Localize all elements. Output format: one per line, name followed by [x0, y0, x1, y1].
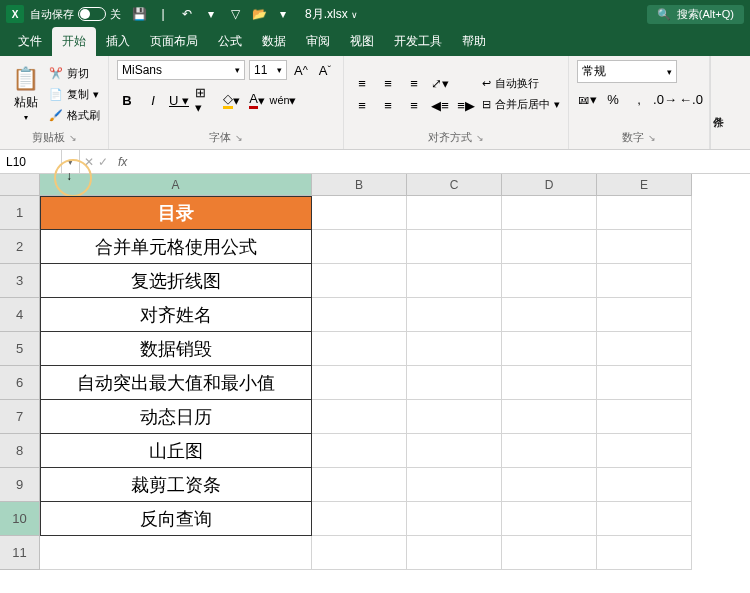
percent-button[interactable]: % [603, 89, 623, 109]
col-header-E[interactable]: E [597, 174, 692, 196]
cell-D10[interactable] [502, 502, 597, 536]
cell-A5[interactable]: 数据销毁 [40, 332, 312, 366]
tab-help[interactable]: 帮助 [452, 27, 496, 56]
decrease-decimal-icon[interactable]: ←.0 [681, 89, 701, 109]
row-header-3[interactable]: 3 [0, 264, 40, 298]
cancel-formula-icon[interactable]: ✕ [84, 155, 94, 169]
row-header-5[interactable]: 5 [0, 332, 40, 366]
cell-B6[interactable] [312, 366, 407, 400]
row-header-11[interactable]: 11 [0, 536, 40, 570]
italic-button[interactable]: I [143, 90, 163, 110]
cell-A7[interactable]: 动态日历 [40, 400, 312, 434]
increase-font-icon[interactable]: A^ [291, 60, 311, 80]
cell-B3[interactable] [312, 264, 407, 298]
cell-D2[interactable] [502, 230, 597, 264]
number-dialog-launcher[interactable]: ↘ [648, 133, 656, 143]
align-center-icon[interactable]: ≡ [378, 95, 398, 115]
comma-button[interactable]: , [629, 89, 649, 109]
select-all-corner[interactable] [0, 174, 40, 196]
redo-icon[interactable]: ▾ [203, 6, 219, 22]
row-header-9[interactable]: 9 [0, 468, 40, 502]
cell-A1[interactable]: 目录 [40, 196, 312, 230]
tab-insert[interactable]: 插入 [96, 27, 140, 56]
name-box[interactable]: L10 [0, 150, 62, 173]
save-icon[interactable]: 💾 [131, 6, 147, 22]
cell-A8[interactable]: 山丘图 [40, 434, 312, 468]
cell-B9[interactable] [312, 468, 407, 502]
col-header-A[interactable]: A [40, 174, 312, 196]
filter-icon[interactable]: ▽ [227, 6, 243, 22]
cell-B2[interactable] [312, 230, 407, 264]
cell-A2[interactable]: 合并单元格使用公式 [40, 230, 312, 264]
cell-A6[interactable]: 自动突出最大值和最小值 [40, 366, 312, 400]
row-header-6[interactable]: 6 [0, 366, 40, 400]
font-name-select[interactable]: MiSans▾ [117, 60, 245, 80]
align-right-icon[interactable]: ≡ [404, 95, 424, 115]
search-box[interactable]: 🔍 搜索(Alt+Q) [647, 5, 744, 24]
cell-B10[interactable] [312, 502, 407, 536]
copy-button[interactable]: 📄复制 ▾ [49, 85, 100, 104]
row-header-2[interactable]: 2 [0, 230, 40, 264]
cell-C10[interactable] [407, 502, 502, 536]
col-header-B[interactable]: B [312, 174, 407, 196]
clipboard-dialog-launcher[interactable]: ↘ [69, 133, 77, 143]
cell-A10[interactable]: 反向查询 [40, 502, 312, 536]
cell-C3[interactable] [407, 264, 502, 298]
undo-icon[interactable]: ↶ [179, 6, 195, 22]
decrease-font-icon[interactable]: Aˇ [315, 60, 335, 80]
tab-view[interactable]: 视图 [340, 27, 384, 56]
col-header-C[interactable]: C [407, 174, 502, 196]
cell-B11[interactable] [312, 536, 407, 570]
tab-home[interactable]: 开始 [52, 27, 96, 56]
cell-C4[interactable] [407, 298, 502, 332]
border-button[interactable]: ⊞ ▾ [195, 90, 215, 110]
cell-A11[interactable] [40, 536, 312, 570]
align-middle-icon[interactable]: ≡ [378, 73, 398, 93]
cell-D7[interactable] [502, 400, 597, 434]
cell-D3[interactable] [502, 264, 597, 298]
cell-E3[interactable] [597, 264, 692, 298]
cell-B7[interactable] [312, 400, 407, 434]
row-header-4[interactable]: 4 [0, 298, 40, 332]
qat-customize-icon[interactable]: ▾ [275, 6, 291, 22]
cell-D8[interactable] [502, 434, 597, 468]
row-header-8[interactable]: 8 [0, 434, 40, 468]
align-dialog-launcher[interactable]: ↘ [476, 133, 484, 143]
cell-D5[interactable] [502, 332, 597, 366]
cell-D4[interactable] [502, 298, 597, 332]
cell-A4[interactable]: 对齐姓名 [40, 298, 312, 332]
row-header-7[interactable]: 7 [0, 400, 40, 434]
cell-B5[interactable] [312, 332, 407, 366]
cell-E11[interactable] [597, 536, 692, 570]
indent-increase-icon[interactable]: ≡▶ [456, 95, 476, 115]
cell-C9[interactable] [407, 468, 502, 502]
underline-button[interactable]: U ▾ [169, 90, 189, 110]
cell-D9[interactable] [502, 468, 597, 502]
autosave-toggle[interactable]: 自动保存 关 [30, 7, 121, 22]
cell-C8[interactable] [407, 434, 502, 468]
cell-B8[interactable] [312, 434, 407, 468]
cell-E7[interactable] [597, 400, 692, 434]
cell-B1[interactable] [312, 196, 407, 230]
row-header-1[interactable]: 1 [0, 196, 40, 230]
tab-formulas[interactable]: 公式 [208, 27, 252, 56]
cell-C2[interactable] [407, 230, 502, 264]
cell-C11[interactable] [407, 536, 502, 570]
tab-developer[interactable]: 开发工具 [384, 27, 452, 56]
cells-area[interactable]: 目录 合并单元格使用公式 复选折线图 对齐姓名 数据销毁 自动突出最大值和最小值… [40, 196, 750, 570]
font-dialog-launcher[interactable]: ↘ [235, 133, 243, 143]
align-top-icon[interactable]: ≡ [352, 73, 372, 93]
format-painter-button[interactable]: 🖌️格式刷 [49, 106, 100, 125]
tab-file[interactable]: 文件 [8, 27, 52, 56]
font-size-select[interactable]: 11▾ [249, 60, 287, 80]
cell-C6[interactable] [407, 366, 502, 400]
tab-layout[interactable]: 页面布局 [140, 27, 208, 56]
enter-formula-icon[interactable]: ✓ [98, 155, 108, 169]
cell-B4[interactable] [312, 298, 407, 332]
align-bottom-icon[interactable]: ≡ [404, 73, 424, 93]
indent-decrease-icon[interactable]: ◀≡ [430, 95, 450, 115]
currency-button[interactable]: 🖭▾ [577, 89, 597, 109]
number-format-select[interactable]: 常规▾ [577, 60, 677, 83]
row-header-10[interactable]: 10 [0, 502, 40, 536]
cell-D11[interactable] [502, 536, 597, 570]
